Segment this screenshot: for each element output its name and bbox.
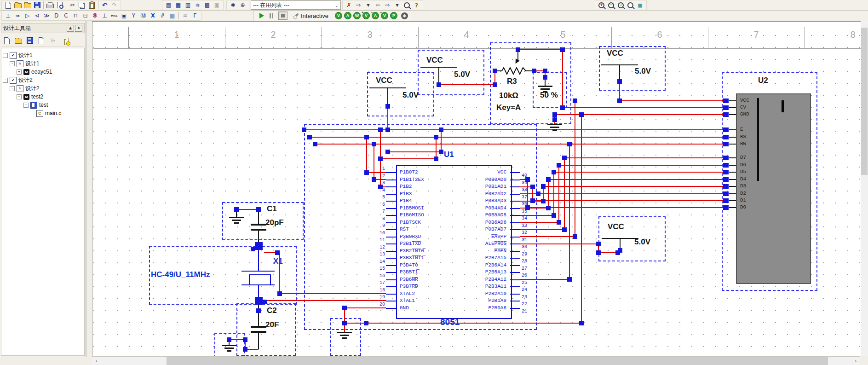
print-preview-button[interactable] (55, 1, 64, 9)
hierarchy-view-button[interactable]: ▣ (212, 1, 222, 9)
capacitor-plate[interactable] (251, 331, 266, 333)
wire[interactable] (548, 180, 549, 208)
new-file-button[interactable] (3, 1, 13, 9)
place-misc-digital-button[interactable]: ⊓ (71, 12, 80, 20)
scroll-left-arrow-icon[interactable]: ‹ (92, 357, 100, 365)
wire[interactable] (388, 151, 441, 152)
wire[interactable] (729, 144, 736, 145)
close-panel-button[interactable]: x (75, 25, 82, 32)
component-label[interactable]: 5.0V (454, 70, 470, 79)
tree-item-test2[interactable]: -Mtest2 (1, 93, 84, 101)
u2-lcd-body[interactable] (736, 93, 811, 284)
wire[interactable] (729, 200, 736, 201)
toggle-spreadsheet-button[interactable]: ▦ (173, 1, 183, 9)
wire[interactable] (729, 207, 736, 208)
wire[interactable] (258, 247, 259, 271)
wire[interactable] (528, 207, 726, 208)
run-simulation-button[interactable] (259, 13, 264, 18)
capacitor-plate[interactable] (251, 326, 266, 328)
transfer-forward-button[interactable]: ⇨ (354, 1, 363, 9)
wire[interactable] (543, 186, 726, 187)
transfer-export-button[interactable]: ⇨ (383, 1, 392, 9)
place-basic-button[interactable]: ≈ (13, 12, 23, 20)
place-diode-button[interactable]: ▷ (23, 12, 32, 20)
ground-symbol[interactable] (547, 124, 562, 131)
capacitor-plate[interactable] (251, 224, 266, 226)
tree-item-test[interactable]: -test (1, 101, 84, 109)
wire[interactable] (510, 172, 520, 173)
component-label[interactable]: X1 (273, 257, 283, 266)
component-label[interactable]: VCC (376, 76, 392, 85)
place-mcu-button[interactable]: ▥ (167, 12, 177, 20)
wire[interactable] (366, 137, 367, 173)
zoom-in-button[interactable]: + (597, 1, 606, 9)
wire[interactable] (258, 302, 259, 326)
wire[interactable] (729, 137, 736, 138)
find-button[interactable] (402, 1, 412, 9)
collapse-icon[interactable]: - (23, 103, 29, 108)
probe-a-button[interactable]: A~ (372, 12, 379, 19)
wire[interactable] (619, 81, 620, 101)
wire[interactable] (280, 293, 386, 294)
wire[interactable] (510, 194, 520, 195)
transfer-back-button[interactable]: ⇦ (373, 1, 383, 9)
component-label[interactable]: C1 (267, 204, 277, 214)
wire[interactable] (562, 50, 563, 108)
wire[interactable] (518, 49, 563, 50)
wire[interactable] (310, 137, 726, 138)
component-label[interactable]: 8051 (440, 317, 460, 327)
wire[interactable] (315, 144, 726, 145)
component-label[interactable]: 5.0V (634, 238, 650, 247)
wire[interactable] (729, 165, 736, 166)
wire[interactable] (386, 308, 396, 309)
probe-p-button[interactable]: P (390, 12, 397, 19)
component-label[interactable]: VCC (607, 49, 623, 58)
copy-button[interactable] (77, 1, 87, 9)
wire[interactable] (510, 208, 520, 209)
stop-simulation-button[interactable] (278, 12, 287, 20)
wire[interactable] (729, 114, 736, 115)
potentiometer-zigzag[interactable] (500, 66, 530, 75)
wire[interactable] (510, 186, 520, 187)
component-label[interactable]: 20pF (265, 218, 284, 227)
wire[interactable] (559, 165, 726, 166)
wire[interactable] (581, 115, 582, 323)
probe-settings-gear-button[interactable]: ✱ (401, 12, 408, 19)
wire[interactable] (564, 157, 726, 158)
wire[interactable] (386, 194, 396, 195)
wire[interactable] (386, 251, 396, 252)
open-folder-button[interactable] (13, 36, 23, 45)
wire[interactable] (554, 172, 726, 173)
wire[interactable] (510, 180, 520, 180)
wire[interactable] (510, 279, 520, 280)
wire[interactable] (729, 157, 736, 158)
wire[interactable] (241, 284, 275, 285)
wire[interactable] (520, 243, 598, 244)
hierarchy-button[interactable]: ≡ (180, 12, 190, 20)
wire[interactable] (387, 88, 388, 106)
probe-v-button[interactable]: V (335, 12, 342, 19)
wire[interactable] (729, 186, 736, 187)
wire[interactable] (345, 323, 581, 324)
component-label[interactable]: HC-49/U_11MHz (151, 270, 210, 279)
wire[interactable] (386, 243, 396, 244)
place-connector-button[interactable]: # (158, 12, 167, 20)
wire[interactable] (520, 236, 575, 237)
transfer-export-menu-button[interactable]: ▾ (392, 1, 402, 9)
wire[interactable] (729, 107, 736, 108)
erc-check-button[interactable]: ✗ (344, 1, 354, 9)
wire[interactable] (533, 200, 726, 201)
place-mixed-button[interactable]: ⊟ (80, 12, 90, 20)
wire[interactable] (510, 286, 520, 287)
wire[interactable] (729, 100, 736, 101)
place-analog-button[interactable]: ≫ (42, 12, 52, 20)
ground-symbol[interactable] (337, 332, 352, 339)
wire[interactable] (386, 186, 396, 187)
schematic-canvas[interactable]: 12345678P1B0T21P1B1T2EX2P1B23P1B34P1B45P… (92, 21, 861, 356)
collapse-icon[interactable]: - (10, 61, 15, 66)
probe-a-button[interactable]: A (344, 12, 351, 19)
tree-item-main.c[interactable]: Cmain.c (1, 109, 84, 117)
pause-simulation-button[interactable] (270, 13, 273, 18)
tree-item-设计1[interactable]: -✓设计1 (1, 51, 84, 59)
cut-button[interactable]: ✂ (68, 1, 77, 9)
